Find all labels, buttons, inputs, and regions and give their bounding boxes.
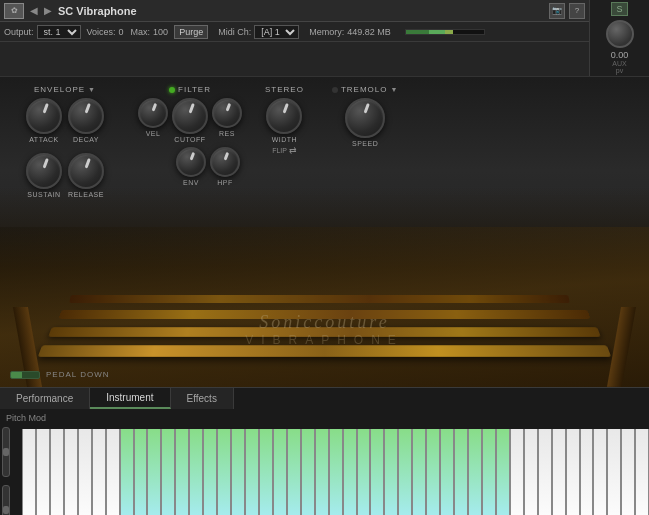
tremolo-led[interactable]	[332, 87, 338, 93]
white-key[interactable]	[78, 429, 92, 515]
white-key-highlight[interactable]	[245, 429, 259, 515]
white-key-highlight[interactable]	[343, 429, 357, 515]
white-key-highlight[interactable]	[217, 429, 231, 515]
controls-row: ENVELOPE ▼ ATTACK DECAY SUSTAIN	[10, 85, 639, 198]
tab-instrument[interactable]: Instrument	[90, 388, 170, 409]
width-knob[interactable]	[266, 98, 302, 134]
output-select[interactable]: st. 1	[37, 25, 81, 39]
envelope-dropdown-icon[interactable]: ▼	[88, 86, 96, 93]
white-key-highlight[interactable]	[134, 429, 148, 515]
flip-label[interactable]: FLIP ⇄	[272, 145, 297, 155]
hpf-knob[interactable]	[210, 147, 240, 177]
white-key-highlight[interactable]	[468, 429, 482, 515]
white-key-highlight[interactable]	[482, 429, 496, 515]
white-key-highlight[interactable]	[120, 429, 134, 515]
tremolo-dropdown-icon[interactable]: ▼	[390, 86, 398, 93]
cutoff-knob[interactable]	[172, 98, 208, 134]
white-key[interactable]	[64, 429, 78, 515]
white-key-highlight[interactable]	[370, 429, 384, 515]
purge-button[interactable]: Purge	[174, 25, 208, 39]
tune-knob[interactable]	[606, 20, 634, 48]
white-key-highlight[interactable]	[147, 429, 161, 515]
output-bar: Output: st. 1 Voices: 0 Max: 100 Purge M…	[0, 22, 589, 42]
envelope-section: ENVELOPE ▼ ATTACK DECAY SUSTAIN	[10, 85, 120, 198]
white-key[interactable]	[22, 429, 36, 515]
white-key-highlight[interactable]	[440, 429, 454, 515]
s-button[interactable]: S	[611, 2, 627, 16]
memory-label: Memory:	[309, 27, 344, 37]
speed-knob[interactable]	[345, 98, 385, 138]
env-knob[interactable]	[176, 147, 206, 177]
white-key[interactable]	[510, 429, 524, 515]
info-icon[interactable]: ?	[569, 3, 585, 19]
white-key-highlight[interactable]	[287, 429, 301, 515]
camera-icon[interactable]: 📷	[549, 3, 565, 19]
white-key-highlight[interactable]	[496, 429, 510, 515]
tune-value: 0.00	[611, 50, 629, 60]
white-key-highlight[interactable]	[357, 429, 371, 515]
max-label: Max:	[131, 27, 151, 37]
white-key[interactable]	[607, 429, 621, 515]
midi-select[interactable]: [A] 1	[254, 25, 299, 39]
flip-icon: ⇄	[289, 145, 297, 155]
white-key[interactable]	[593, 429, 607, 515]
white-key-highlight[interactable]	[175, 429, 189, 515]
white-key[interactable]	[36, 429, 50, 515]
white-key[interactable]	[566, 429, 580, 515]
instrument-title: SC Vibraphone	[58, 5, 543, 17]
pitch-slider-1[interactable]	[2, 427, 10, 477]
stereo-section: STEREO WIDTH FLIP ⇄	[265, 85, 304, 155]
white-key-highlight[interactable]	[189, 429, 203, 515]
cutoff-knob-group: CUTOFF	[172, 98, 208, 143]
sustain-knob[interactable]	[26, 153, 62, 189]
res-knob[interactable]	[212, 98, 242, 128]
memory-value: 449.82 MB	[347, 27, 391, 37]
envelope-label: ENVELOPE ▼	[34, 85, 96, 94]
vel-knob-group: VEL	[138, 98, 168, 143]
white-key[interactable]	[106, 429, 120, 515]
white-key[interactable]	[50, 429, 64, 515]
white-key[interactable]	[621, 429, 635, 515]
pitch-slider-2[interactable]	[2, 485, 10, 515]
attack-knob-group: ATTACK	[26, 98, 62, 143]
white-key-highlight[interactable]	[426, 429, 440, 515]
white-key[interactable]	[635, 429, 649, 515]
white-key[interactable]	[524, 429, 538, 515]
release-knob-group: RELEASE	[68, 153, 104, 198]
pedal-indicator	[10, 371, 40, 379]
tune-section: S 0.00 AUX pv	[589, 0, 649, 76]
white-key-highlight[interactable]	[273, 429, 287, 515]
white-key[interactable]	[538, 429, 552, 515]
white-key-highlight[interactable]	[231, 429, 245, 515]
white-key-highlight[interactable]	[315, 429, 329, 515]
voices-label: Voices:	[87, 27, 116, 37]
white-key-highlight[interactable]	[412, 429, 426, 515]
sustain-label: SUSTAIN	[27, 191, 60, 198]
attack-knob[interactable]	[26, 98, 62, 134]
tab-effects[interactable]: Effects	[171, 388, 234, 409]
decay-knob[interactable]	[68, 98, 104, 134]
controls-overlay: ENVELOPE ▼ ATTACK DECAY SUSTAIN	[0, 77, 649, 198]
next-patch-button[interactable]: ▶	[44, 5, 52, 16]
tab-performance[interactable]: Performance	[0, 388, 90, 409]
white-key-highlight[interactable]	[203, 429, 217, 515]
white-key-highlight[interactable]	[329, 429, 343, 515]
pitch-mod-controls	[2, 427, 10, 515]
white-key-highlight[interactable]	[161, 429, 175, 515]
white-key-highlight[interactable]	[454, 429, 468, 515]
stereo-label: STEREO	[265, 85, 304, 94]
sustain-knob-group: SUSTAIN	[26, 153, 62, 198]
white-key-highlight[interactable]	[398, 429, 412, 515]
white-key[interactable]	[552, 429, 566, 515]
white-key[interactable]	[580, 429, 594, 515]
white-key-highlight[interactable]	[301, 429, 315, 515]
white-key[interactable]	[92, 429, 106, 515]
release-knob[interactable]	[68, 153, 104, 189]
vel-knob[interactable]	[138, 98, 168, 128]
white-key-highlight[interactable]	[259, 429, 273, 515]
res-knob-group: RES	[212, 98, 242, 143]
white-key-highlight[interactable]	[384, 429, 398, 515]
filter-led[interactable]	[169, 87, 175, 93]
prev-patch-button[interactable]: ◀	[30, 5, 38, 16]
memory-item: Memory: 449.82 MB	[309, 27, 391, 37]
